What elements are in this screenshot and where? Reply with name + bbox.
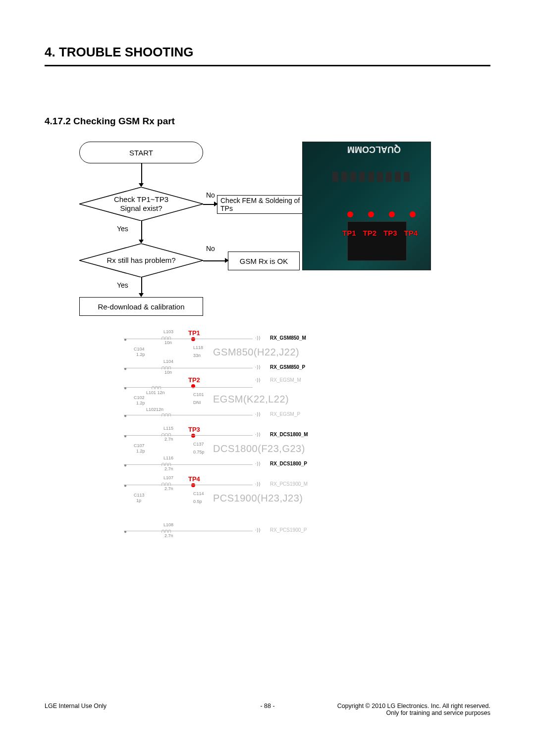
schematic-signal: RX_EGSM_P — [270, 411, 300, 417]
schematic-diagram: L103 ∩∩∩ 10n TP1 ● ·⟩⟩ RX_GSM850_M C104 … — [124, 329, 396, 547]
footer-right: Copyright © 2010 LG Electronics. Inc. Al… — [337, 703, 490, 716]
schematic-comp: L115 — [163, 426, 173, 431]
schematic-value: 0.5p — [193, 499, 202, 504]
pcb-tp4-label: TP4 — [404, 229, 418, 237]
schematic-band-label: DCS1800(F23,G23) — [213, 443, 305, 454]
flow-d1-text: Check TP1~TP3Signal exist? — [114, 195, 168, 213]
pcb-tp1-label: TP1 — [342, 229, 356, 237]
schematic-band-label: GSM850(H22,J22) — [213, 347, 299, 358]
schematic-value: 1.2p — [136, 449, 145, 454]
pcb-tp-labels: TP1 TP2 TP3 TP4 — [342, 229, 418, 237]
schematic-signal: RX_PCS1900_M — [270, 481, 308, 487]
off-page-icon: ·⟩⟩ — [255, 335, 261, 341]
schematic-tp1-label: TP1 — [188, 329, 200, 337]
flow-d2-text: Rx still has problem? — [107, 256, 175, 265]
pcb-tp-markers — [347, 211, 416, 217]
flow-label-yes: Yes — [117, 225, 128, 233]
flow-gsm-ok: GSM Rx is OK — [228, 252, 300, 270]
flow-connector — [203, 260, 226, 261]
arrow-down-icon — [139, 183, 144, 187]
off-page-icon: ·⟩⟩ — [255, 377, 261, 383]
schematic-band-label: PCS1900(H23,J23) — [213, 493, 303, 504]
schematic-comp: L107 — [163, 475, 173, 480]
schematic-comp: C113 — [134, 493, 145, 498]
flow-redownload: Re-download & calibration — [79, 297, 203, 316]
schematic-value: 2.7n — [164, 533, 173, 538]
schematic-value: 10n — [164, 340, 172, 345]
schematic-signal: RX_GSM850_P — [270, 364, 305, 370]
flow-check-fem-label: Check FEM & Soldeing of TPs — [220, 197, 313, 212]
arrow-down-icon — [139, 240, 144, 244]
schematic-signal: RX_PCS1900_P — [270, 527, 307, 533]
schematic-band-label: EGSM(K22,L22) — [213, 394, 289, 405]
flow-start: START — [79, 142, 203, 163]
schematic-comp: C137 — [193, 442, 204, 447]
schematic-comp: L108 — [163, 522, 173, 527]
flow-connector — [141, 221, 142, 240]
schematic-value: 1.2p — [136, 352, 145, 357]
footer-page-number: - 88 - — [260, 703, 274, 709]
schematic-value: 10n — [164, 370, 172, 375]
schematic-value: 1.2p — [136, 401, 145, 405]
pcb-chip-brand: QUALCOMM — [347, 144, 401, 154]
schematic-comp: C104 — [134, 347, 145, 352]
flow-start-label: START — [129, 149, 153, 157]
title-rule — [45, 65, 490, 66]
schematic-value: DNI — [193, 400, 201, 405]
off-page-icon: ·⟩⟩ — [255, 432, 261, 437]
pcb-chip — [347, 221, 407, 261]
schematic-comp: C101 — [193, 392, 204, 397]
schematic-comp: C102 — [134, 395, 145, 400]
chapter-title: 4. TROUBLE SHOOTING — [45, 45, 490, 60]
schematic-signal: RX_DCS1800_P — [270, 461, 307, 466]
off-page-icon: ·⟩⟩ — [255, 481, 261, 487]
schematic-signal: RX_DCS1800_M — [270, 432, 308, 437]
flow-check-fem: Check FEM & Soldeing of TPs — [217, 195, 316, 214]
flow-redownload-label: Re-download & calibration — [98, 302, 184, 311]
schematic-signal: RX_EGSM_M — [270, 377, 301, 383]
section-heading: 4.17.2 Checking GSM Rx part — [45, 116, 490, 127]
off-page-icon: ·⟩⟩ — [255, 411, 261, 417]
content-row: START Check TP1~TP3Signal exist? No Chec… — [45, 142, 490, 325]
schematic-tp-dot — [191, 483, 195, 487]
flow-label-no: No — [206, 245, 215, 252]
schematic-signal: RX_GSM850_M — [270, 335, 306, 341]
flow-gsm-ok-label: GSM Rx is OK — [240, 257, 288, 265]
schematic-comp: C114 — [193, 491, 204, 496]
flow-label-yes: Yes — [117, 281, 128, 289]
schematic-comp: L103 — [163, 329, 173, 334]
flow-decision-problem: Rx still has problem? — [79, 244, 203, 277]
flow-decision-signal: Check TP1~TP3Signal exist? — [79, 187, 203, 221]
schematic-tp2-label: TP2 — [188, 376, 200, 384]
schematic-comp: L116 — [163, 455, 173, 460]
arrow-down-icon — [139, 293, 144, 297]
schematic-tp4-label: TP4 — [188, 475, 200, 483]
schematic-value: 2.7n — [164, 486, 173, 491]
schematic-tp3-label: TP3 — [188, 426, 200, 433]
page: 4. TROUBLE SHOOTING 4.17.2 Checking GSM … — [0, 0, 535, 756]
off-page-icon: ·⟩⟩ — [255, 461, 261, 466]
off-page-icon: ·⟩⟩ — [255, 527, 261, 533]
schematic-value: 2.7n — [164, 437, 173, 442]
schematic-value: 0.75p — [193, 450, 205, 454]
schematic-value: 2.7n — [164, 466, 173, 471]
footer-purpose: Only for training and service purposes — [337, 709, 490, 716]
schematic-value: 1p — [136, 498, 141, 503]
schematic-tp-dot — [191, 337, 195, 341]
schematic-comp: L104 — [163, 359, 173, 364]
flow-connector — [203, 204, 215, 205]
schematic-value: 33n — [193, 353, 201, 358]
pcb-photo: QUALCOMM TP1 TP2 TP3 TP4 — [302, 142, 431, 270]
footer-left: LGE Internal Use Only — [45, 703, 107, 709]
pcb-tp2-label: TP2 — [363, 229, 377, 237]
schematic-comp: L101 12n — [146, 390, 165, 395]
schematic-comp: C107 — [134, 443, 145, 448]
flow-connector — [141, 277, 142, 293]
schematic-comp: L118 — [193, 345, 203, 350]
flow-connector — [141, 163, 142, 183]
flow-label-no: No — [206, 191, 215, 199]
page-footer: LGE Internal Use Only - 88 - Copyright ©… — [45, 703, 490, 716]
pcb-tp3-label: TP3 — [383, 229, 397, 237]
schematic-tp-dot — [191, 434, 195, 438]
flowchart: START Check TP1~TP3Signal exist? No Chec… — [45, 142, 282, 325]
